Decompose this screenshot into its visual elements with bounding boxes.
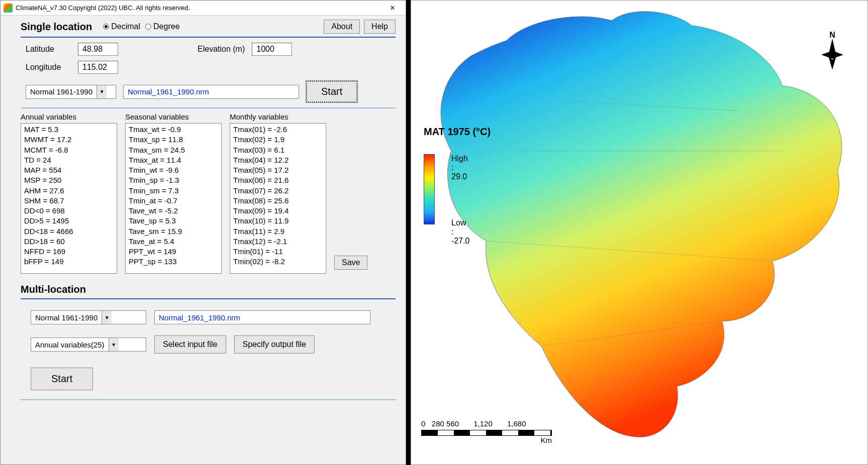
list-item[interactable]: Tmax_wt = -0.9 bbox=[129, 125, 218, 135]
multi-period-combo[interactable]: Normal 1961-1990 ▼ bbox=[31, 310, 146, 324]
top-buttons: About Help bbox=[324, 20, 396, 34]
map-legend: High : 29.0 Low : -27.0 bbox=[424, 151, 435, 224]
coordinates-area: Latitude Elevation (m) Longitude Normal … bbox=[21, 43, 396, 102]
multi-start-button[interactable]: Start bbox=[31, 368, 93, 390]
list-item[interactable]: MWMT = 17.2 bbox=[24, 135, 114, 145]
list-item[interactable]: Tmax(05) = 17.2 bbox=[233, 165, 323, 175]
app-icon bbox=[4, 4, 13, 13]
monthly-listbox[interactable]: Tmax(01) = -2.6Tmax(02) = 1.9Tmax(03) = … bbox=[230, 123, 326, 274]
chevron-down-icon: ▼ bbox=[102, 311, 112, 324]
list-item[interactable]: bFFP = 149 bbox=[24, 257, 114, 267]
north-america-map bbox=[411, 1, 867, 464]
radio-degree[interactable]: Degree bbox=[145, 22, 179, 31]
map-title: MAT 1975 (°C) bbox=[424, 126, 491, 138]
list-item[interactable]: MSP = 250 bbox=[24, 175, 114, 185]
list-item[interactable]: DD>5 = 1495 bbox=[24, 216, 114, 226]
list-item[interactable]: Tmax(12) = -2.1 bbox=[233, 237, 323, 247]
latitude-label: Latitude bbox=[26, 45, 71, 54]
seasonal-listbox[interactable]: Tmax_wt = -0.9Tmax_sp = 11.8Tmax_sm = 24… bbox=[125, 123, 222, 274]
list-item[interactable]: Tmax(04) = 12.2 bbox=[233, 155, 323, 165]
about-button[interactable]: About bbox=[324, 20, 360, 34]
single-location-title: Single location bbox=[21, 21, 92, 33]
list-item[interactable]: Tmax(08) = 25.6 bbox=[233, 196, 323, 206]
svg-marker-3 bbox=[832, 51, 843, 59]
list-item[interactable]: TD = 24 bbox=[24, 155, 114, 165]
map-panel: MAT 1975 (°C) High : 29.0 Low : -27.0 N … bbox=[411, 0, 868, 465]
list-item[interactable]: Tmin(02) = -8.2 bbox=[233, 257, 323, 267]
radio-degree-label: Degree bbox=[153, 22, 179, 31]
list-item[interactable]: Tmax(01) = -2.6 bbox=[233, 125, 323, 135]
single-period-file[interactable]: Normal_1961_1990.nrm bbox=[123, 85, 299, 99]
select-input-file-button[interactable]: Select input file bbox=[154, 335, 226, 354]
multi-period-file[interactable]: Normal_1961_1990.nrm bbox=[154, 310, 370, 324]
list-item[interactable]: Tave_sp = 5.3 bbox=[129, 216, 218, 226]
list-item[interactable]: Tave_sm = 15.9 bbox=[129, 226, 218, 237]
list-item[interactable]: Tmax(02) = 1.9 bbox=[233, 135, 323, 145]
list-item[interactable]: SHM = 68.7 bbox=[24, 196, 114, 206]
close-button[interactable]: × bbox=[382, 1, 403, 15]
list-item[interactable]: Tmin_at = -0.7 bbox=[129, 196, 218, 206]
list-item[interactable]: Tmax_sm = 24.5 bbox=[129, 145, 218, 155]
list-item[interactable]: NFFD = 169 bbox=[24, 247, 114, 257]
save-button[interactable]: Save bbox=[334, 256, 367, 270]
app-window: ClimateNA_v7.30 Copyright (2022) UBC. Al… bbox=[0, 0, 406, 465]
scale-ticks-icon bbox=[421, 430, 552, 436]
coord-format-radio-group: Decimal Degree bbox=[103, 22, 179, 31]
list-item[interactable]: Tmax(09) = 19.4 bbox=[233, 206, 323, 216]
single-period-selected: Normal 1961-1990 bbox=[26, 87, 97, 96]
annual-listbox[interactable]: MAT = 5.3MWMT = 17.2MCMT = -6.8TD = 24MA… bbox=[21, 123, 117, 274]
monthly-column: Monthly variables Tmax(01) = -2.6Tmax(02… bbox=[230, 112, 326, 274]
list-item[interactable]: Tave_at = 5.4 bbox=[129, 237, 218, 247]
monthly-label: Monthly variables bbox=[230, 112, 326, 121]
list-item[interactable]: DD<0 = 698 bbox=[24, 206, 114, 216]
list-item[interactable]: DD>18 = 60 bbox=[24, 237, 114, 247]
help-button[interactable]: Help bbox=[364, 20, 396, 34]
single-period-combo[interactable]: Normal 1961-1990 ▼ bbox=[26, 85, 116, 99]
list-item[interactable]: Tmax(07) = 26.2 bbox=[233, 186, 323, 196]
latitude-row: Latitude Elevation (m) bbox=[26, 43, 396, 56]
single-period-row: Normal 1961-1990 ▼ Normal_1961_1990.nrm … bbox=[26, 81, 396, 102]
specify-output-file-button[interactable]: Specify output file bbox=[234, 335, 315, 354]
list-item[interactable]: PPT_wt = 149 bbox=[129, 247, 218, 257]
latitude-input[interactable] bbox=[78, 43, 118, 56]
list-item[interactable]: MCMT = -6.8 bbox=[24, 145, 114, 155]
list-item[interactable]: Tave_wt = -5.2 bbox=[129, 206, 218, 216]
list-item[interactable]: AHM = 27.6 bbox=[24, 186, 114, 196]
legend-high-label: High : 29.0 bbox=[451, 154, 468, 181]
list-item[interactable]: Tmax(03) = 6.1 bbox=[233, 145, 323, 155]
elevation-input[interactable] bbox=[252, 43, 292, 56]
save-area: Save bbox=[334, 112, 367, 274]
list-item[interactable]: Tmin_sm = 7.3 bbox=[129, 186, 218, 196]
list-item[interactable]: MAT = 5.3 bbox=[24, 125, 114, 135]
radio-dot-icon bbox=[145, 24, 151, 30]
list-item[interactable]: Tmax_sp = 11.8 bbox=[129, 135, 218, 145]
longitude-input[interactable] bbox=[78, 61, 118, 74]
list-item[interactable]: Tmin_sp = -1.3 bbox=[129, 175, 218, 185]
list-item[interactable]: Tmax(06) = 21.6 bbox=[233, 175, 323, 185]
multi-period-row: Normal 1961-1990 ▼ Normal_1961_1990.nrm bbox=[31, 310, 396, 324]
divider bbox=[21, 107, 396, 108]
svg-marker-2 bbox=[821, 51, 832, 59]
longitude-label: Longitude bbox=[26, 63, 71, 72]
chevron-down-icon: ▼ bbox=[109, 338, 119, 351]
annual-column: Annual variables MAT = 5.3MWMT = 17.2MCM… bbox=[21, 112, 117, 274]
titlebar: ClimateNA_v7.30 Copyright (2022) UBC. Al… bbox=[1, 1, 406, 16]
single-start-button[interactable]: Start bbox=[306, 81, 357, 102]
chevron-down-icon: ▼ bbox=[97, 85, 107, 98]
legend-low-label: Low : -27.0 bbox=[451, 218, 469, 246]
list-item[interactable]: MAP = 554 bbox=[24, 165, 114, 175]
radio-dot-icon bbox=[103, 24, 109, 30]
list-item[interactable]: Tmax(11) = 2.9 bbox=[233, 226, 323, 237]
list-item[interactable]: Tmax(10) = 11.9 bbox=[233, 216, 323, 226]
multi-vars-combo[interactable]: Annual variables(25) ▼ bbox=[31, 337, 146, 352]
scale-bar: 0 280 560 1,120 1,680 Km bbox=[421, 419, 552, 444]
list-item[interactable]: Tmin(01) = -11 bbox=[233, 247, 323, 257]
elevation-label: Elevation (m) bbox=[198, 45, 245, 54]
list-item[interactable]: Tmax_at = 11.4 bbox=[129, 155, 218, 165]
list-item[interactable]: DD<18 = 4666 bbox=[24, 226, 114, 237]
list-item[interactable]: PPT_sp = 133 bbox=[129, 257, 218, 267]
multi-vars-row: Annual variables(25) ▼ Select input file… bbox=[31, 335, 396, 354]
list-item[interactable]: Tmin_wt = -9.6 bbox=[129, 165, 218, 175]
radio-decimal[interactable]: Decimal bbox=[103, 22, 140, 31]
window-title: ClimateNA_v7.30 Copyright (2022) UBC. Al… bbox=[16, 4, 382, 12]
